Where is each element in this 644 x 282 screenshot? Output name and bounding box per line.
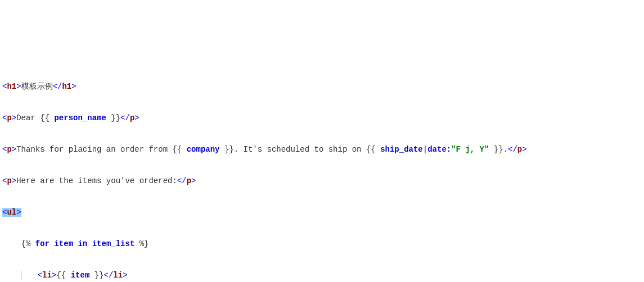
bracket: > xyxy=(123,271,127,280)
bracket: > xyxy=(134,113,139,122)
text: Dear {{ xyxy=(16,113,54,122)
text: Thanks for placing an order from {{ xyxy=(16,145,186,154)
tag-p-close: p xyxy=(187,176,191,185)
bracket: > xyxy=(522,145,526,154)
bracket: > xyxy=(191,176,196,185)
tag-delim: {% xyxy=(21,239,35,248)
keyword-for: for xyxy=(35,239,49,248)
template-var: ship_date xyxy=(380,145,423,154)
heading-text: 模板示例 xyxy=(21,82,53,91)
text: {{ xyxy=(56,271,70,280)
code-line[interactable]: <p>Here are the items you've ordered:</p… xyxy=(2,173,644,189)
bracket: </ xyxy=(53,82,62,91)
bracket: > xyxy=(12,176,16,185)
code-line[interactable]: <li>{{ item }}</li> xyxy=(2,267,644,282)
text: }}. It's scheduled to ship on {{ xyxy=(219,145,380,154)
template-var: company xyxy=(187,145,220,154)
bracket: </ xyxy=(508,145,517,154)
tag-li-close: li xyxy=(113,271,123,280)
text: }} xyxy=(106,113,120,122)
filter-arg: "F j, Y" xyxy=(451,145,489,154)
code-line[interactable]: {% for item in item_list %} xyxy=(2,236,644,252)
bracket: > xyxy=(12,145,16,154)
template-var: person_name xyxy=(54,113,106,122)
tag-h1-open: h1 xyxy=(7,82,16,91)
tag-ul-open: ul xyxy=(7,208,16,217)
loop-list: item_list xyxy=(92,239,135,248)
bracket: </ xyxy=(120,113,130,122)
bracket: > xyxy=(71,82,76,91)
code-line[interactable]: <p>Thanks for placing an order from {{ c… xyxy=(2,142,644,157)
bracket: > xyxy=(12,113,16,122)
keyword-in: in xyxy=(78,239,87,248)
tag-h1-close: h1 xyxy=(62,82,71,91)
text: }}. xyxy=(489,145,508,154)
tag-li-open: li xyxy=(42,271,52,280)
text: Here are the items you've ordered: xyxy=(16,176,177,185)
template-filter: date: xyxy=(427,145,451,154)
text: }} xyxy=(89,271,103,280)
tag-delim: %} xyxy=(134,239,148,248)
loop-var: item xyxy=(54,239,73,248)
code-line[interactable]: <ul> xyxy=(2,204,644,220)
pipe: | xyxy=(423,145,427,154)
bracket: </ xyxy=(177,176,187,185)
bracket: < xyxy=(38,271,42,280)
code-editor[interactable]: <h1>模板示例</h1> <p>Dear {{ person_name }}<… xyxy=(0,63,644,282)
tag-p-open: p xyxy=(7,145,11,154)
template-var: item xyxy=(71,271,90,280)
bracket: > xyxy=(16,208,21,217)
space xyxy=(87,239,92,248)
bracket: </ xyxy=(104,271,114,280)
code-line[interactable]: <p>Dear {{ person_name }}</p> xyxy=(2,110,644,126)
tag-p-close: p xyxy=(517,145,522,154)
bracket: > xyxy=(16,82,21,91)
tag-p-open: p xyxy=(7,176,11,185)
tag-p-open: p xyxy=(7,113,11,122)
code-line[interactable]: <h1>模板示例</h1> xyxy=(2,79,644,94)
